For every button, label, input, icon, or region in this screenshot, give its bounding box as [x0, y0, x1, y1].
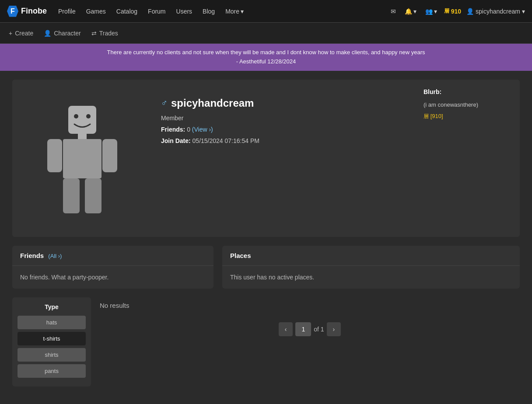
nav-users[interactable]: Users [172, 5, 197, 17]
blurb-title: Blurb: [424, 88, 511, 95]
username-display: spicyhandcream [476, 8, 520, 15]
pagination: ‹ 1 of 1 › [100, 322, 520, 336]
logo-icon: F [7, 6, 18, 17]
friends-icon: 👥 [425, 8, 433, 15]
cards-row: Friends (All ›) No friends. What a party… [12, 246, 520, 289]
friends-body: No friends. What a party-pooper. [12, 266, 214, 289]
friends-button[interactable]: 👥 ▾ [424, 6, 439, 17]
character-icon: 👤 [44, 30, 51, 37]
nav-catalog[interactable]: Catalog [112, 5, 142, 17]
robux-icon: 層 [444, 7, 449, 15]
nav-links: Profile Games Catalog Forum Users Blog M… [54, 5, 248, 17]
inventory-main: No results ‹ 1 of 1 › [100, 297, 520, 336]
notifications-button[interactable]: 🔔 ▾ [403, 6, 418, 17]
type-pants-button[interactable]: pants [18, 364, 86, 378]
top-nav: F Finobe Profile Games Catalog Forum Use… [0, 0, 532, 23]
banner-line2: - Aesthetiful 12/28/2024 [9, 57, 523, 66]
places-empty-message: This user has no active places. [230, 274, 314, 281]
friends-dropdown-icon: ▾ [434, 8, 437, 15]
svg-point-2 [86, 114, 91, 118]
type-shirts-button[interactable]: shirts [18, 348, 86, 362]
trades-icon: ⇄ [91, 30, 97, 37]
profile-card: ♂ spicyhandcream Member Friends: 0 (View… [12, 80, 520, 237]
svg-rect-6 [102, 139, 117, 172]
no-results-message: No results [100, 297, 520, 313]
character-link[interactable]: 👤 Character [44, 30, 80, 37]
create-link[interactable]: + Create [9, 30, 33, 37]
nav-blog[interactable]: Blog [198, 5, 219, 17]
friends-card: Friends (All ›) No friends. What a party… [12, 246, 214, 289]
blurb-text: (i am conewasnthere) 層 [910] [424, 101, 511, 122]
profile-info: ♂ spicyhandcream Member Friends: 0 (View… [157, 88, 393, 228]
friends-all-link[interactable]: (All ›) [48, 253, 62, 259]
places-body: This user has no active places. [222, 266, 520, 289]
character-avatar [38, 93, 126, 224]
site-logo[interactable]: F Finobe [7, 6, 47, 17]
svg-rect-0 [68, 106, 96, 134]
next-page-button[interactable]: › [327, 322, 341, 336]
svg-rect-3 [78, 134, 87, 139]
main-content: ♂ spicyhandcream Member Friends: 0 (View… [4, 71, 528, 395]
nav-more[interactable]: More ▾ [221, 5, 248, 17]
trades-link[interactable]: ⇄ Trades [91, 30, 118, 37]
user-avatar-icon: 👤 [466, 8, 474, 15]
current-page: 1 [295, 322, 311, 336]
robux-display[interactable]: 層 910 [444, 7, 461, 15]
svg-rect-4 [63, 139, 102, 178]
bell-icon: 🔔 [405, 8, 412, 15]
blurb-robux-icon: 層 [424, 113, 429, 119]
profile-username: spicyhandcream [171, 97, 254, 109]
friends-empty-message: No friends. What a party-pooper. [20, 274, 108, 281]
user-menu-button[interactable]: 👤 spicyhandcream ▾ [466, 8, 525, 15]
announcement-banner: There are currently no clients and not s… [0, 44, 532, 71]
nav-games[interactable]: Games [82, 5, 110, 17]
svg-rect-5 [47, 139, 62, 172]
blurb-robux: 層 [910] [424, 112, 511, 121]
type-hats-button[interactable]: hats [18, 316, 86, 329]
gender-icon: ♂ [161, 98, 168, 108]
nav-forum[interactable]: Forum [144, 5, 170, 17]
site-name: Finobe [21, 7, 47, 16]
nav-profile[interactable]: Profile [54, 5, 80, 17]
create-icon: + [9, 30, 12, 37]
friends-view-link[interactable]: (View ›) [192, 126, 213, 133]
mail-icon: ✉ [391, 8, 396, 15]
profile-username-section: ♂ spicyhandcream [161, 97, 388, 109]
avatar-container [21, 88, 144, 228]
more-dropdown-icon: ▾ [241, 8, 244, 15]
sub-nav: + Create 👤 Character ⇄ Trades [0, 23, 532, 44]
blurb-section: Blurb: (i am conewasnthere) 層 [910] [424, 88, 511, 228]
places-header: Places [222, 246, 520, 266]
nav-right: ✉ 🔔 ▾ 👥 ▾ 層 910 👤 spicyhandcream ▾ [389, 6, 525, 17]
type-tshirts-button[interactable]: t-shirts [18, 332, 86, 345]
notifications-dropdown-icon: ▾ [413, 8, 416, 15]
profile-friends: Friends: 0 (View ›) [161, 126, 388, 133]
robux-amount: 910 [451, 8, 461, 15]
user-dropdown-icon: ▾ [522, 8, 525, 15]
type-sidebar-title: Type [18, 303, 86, 310]
places-card: Places This user has no active places. [222, 246, 520, 289]
friends-header: Friends (All ›) [12, 246, 214, 266]
svg-rect-7 [63, 178, 80, 213]
svg-rect-8 [85, 178, 102, 213]
inventory-section: Type hats t-shirts shirts pants No resul… [12, 297, 520, 387]
profile-rank: Member [161, 115, 388, 122]
svg-point-1 [74, 114, 78, 118]
profile-joindate: Join Date: 05/15/2024 07:16:54 PM [161, 137, 388, 144]
mail-button[interactable]: ✉ [389, 6, 398, 17]
prev-page-button[interactable]: ‹ [279, 322, 293, 336]
type-sidebar: Type hats t-shirts shirts pants [12, 297, 91, 387]
banner-line1: There are currently no clients and not s… [9, 48, 523, 57]
page-of-info: of 1 [314, 326, 324, 333]
